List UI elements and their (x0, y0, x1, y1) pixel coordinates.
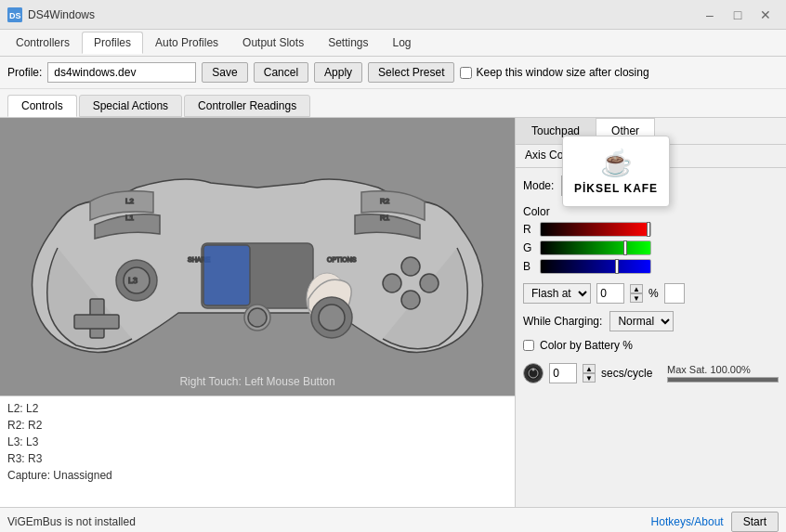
secs-spin-down[interactable]: ▼ (583, 373, 596, 383)
app-title: DS4Windows (28, 8, 95, 21)
svg-rect-19 (203, 245, 250, 305)
svg-point-12 (420, 274, 439, 292)
tab-auto-profiles[interactable]: Auto Profiles (143, 32, 230, 54)
svg-text:R2: R2 (380, 197, 390, 205)
sub-tab-special-actions[interactable]: Special Actions (79, 95, 182, 117)
hotkeys-link[interactable]: Hotkeys/About (651, 515, 724, 528)
controller-label: Right Touch: Left Mouse Button (179, 375, 334, 388)
battery-row: Color by Battery % (523, 339, 779, 352)
main-area: L3 SHARE OPTIONS L1 L2 R1 (0, 118, 786, 507)
tab-profiles[interactable]: Profiles (82, 32, 143, 54)
tab-output-slots[interactable]: Output Slots (230, 32, 316, 54)
minimize-button[interactable]: – (697, 6, 723, 24)
keep-window-checkbox[interactable] (460, 67, 472, 79)
svg-text:L3: L3 (128, 276, 138, 285)
secs-number[interactable] (549, 363, 577, 383)
mode-label: Mode: (523, 179, 554, 192)
tab-controllers[interactable]: Controllers (4, 32, 82, 54)
lightbar-content: Mode: No Color R G B (516, 168, 786, 507)
blue-letter: B (523, 260, 534, 273)
axis-tabs-row: Axis Cor Lightbar ☕ PİKSEL KAFE (516, 145, 786, 168)
sub-tab-controller-readings[interactable]: Controller Readings (184, 95, 310, 117)
profile-bar: Profile: Save Cancel Apply Select Preset… (0, 57, 786, 89)
svg-text:R1: R1 (380, 214, 390, 222)
close-button[interactable]: ✕ (753, 6, 779, 24)
flash-number[interactable] (596, 283, 624, 304)
secs-label: secs/cycle (601, 367, 652, 380)
color-label: Color (523, 205, 779, 218)
app-icon: DS (7, 7, 22, 22)
tab-log[interactable]: Log (381, 32, 424, 54)
charging-select[interactable]: Normal (609, 311, 674, 331)
title-bar: DS DS4Windows – □ ✕ (0, 0, 786, 30)
apply-button[interactable]: Apply (314, 62, 362, 83)
svg-text:L2: L2 (125, 197, 134, 205)
charging-row: While Charging: Normal (523, 311, 779, 331)
list-item: R2: R2 (7, 417, 507, 434)
svg-point-9 (319, 305, 345, 331)
red-row: R (523, 222, 779, 237)
max-sat-container: Max Sat. 100.00% (667, 364, 779, 383)
secs-row: ▲ ▼ secs/cycle Max Sat. 100.00% (523, 363, 779, 383)
svg-text:L1: L1 (125, 214, 134, 222)
battery-label: Color by Battery % (540, 339, 633, 352)
svg-point-10 (383, 274, 401, 292)
svg-point-11 (401, 257, 420, 276)
blue-slider[interactable] (540, 259, 651, 274)
status-bar: ViGEmBus is not installed Hotkeys/About … (0, 507, 786, 532)
flash-preview-box (664, 283, 685, 304)
sat-bar-container (667, 377, 779, 383)
controller-image-area: L3 SHARE OPTIONS L1 L2 R1 (0, 118, 515, 396)
svg-point-18 (248, 308, 267, 327)
tooltip-popup: ☕ PİKSEL KAFE (562, 136, 670, 207)
svg-rect-5 (74, 315, 119, 329)
green-letter: G (523, 241, 534, 254)
select-preset-button[interactable]: Select Preset (368, 62, 454, 83)
percent-label: % (648, 287, 659, 300)
flash-row: Flash at ▲ ▼ % (523, 283, 779, 304)
svg-text:OPTIONS: OPTIONS (327, 256, 357, 263)
tab-settings[interactable]: Settings (316, 32, 380, 54)
list-item: L2: L2 (7, 400, 507, 417)
charging-label: While Charging: (523, 315, 602, 328)
title-bar-left: DS DS4Windows (7, 7, 95, 22)
svg-point-26 (532, 369, 535, 371)
svg-text:DS: DS (9, 11, 21, 20)
tooltip-icon: ☕ (600, 148, 633, 178)
menu-bar: Controllers Profiles Auto Profiles Outpu… (0, 30, 786, 57)
status-right: Hotkeys/About Start (651, 512, 779, 532)
profile-input[interactable] (47, 62, 196, 83)
red-slider[interactable] (540, 222, 651, 237)
max-sat-label: Max Sat. 100.00% (667, 364, 779, 375)
flash-select[interactable]: Flash at (523, 283, 591, 304)
secs-spin: ▲ ▼ (583, 364, 596, 383)
keep-window-text: Keep this window size after closing (476, 66, 648, 79)
binding-list: L2: L2 R2: R2 L3: L3 R3: R3 Capture: Una… (0, 396, 515, 507)
flash-spin-down[interactable]: ▼ (630, 293, 643, 303)
flash-spin: ▲ ▼ (630, 284, 643, 303)
list-item: Capture: Unassigned (7, 467, 507, 484)
sat-bar (668, 378, 778, 382)
blue-row: B (523, 259, 779, 274)
window-controls: – □ ✕ (697, 6, 779, 24)
profile-label: Profile: (7, 66, 42, 79)
keep-window-label[interactable]: Keep this window size after closing (460, 66, 648, 79)
flash-spin-up[interactable]: ▲ (630, 284, 643, 293)
start-button[interactable]: Start (731, 512, 779, 532)
right-panel: Touchpad Other Axis Cor Lightbar ☕ PİKSE… (516, 118, 786, 507)
controller-panel: L3 SHARE OPTIONS L1 L2 R1 (0, 118, 516, 507)
sub-tab-controls[interactable]: Controls (7, 95, 77, 117)
status-text: ViGEmBus is not installed (7, 515, 136, 528)
secs-spin-up[interactable]: ▲ (583, 364, 596, 373)
sub-tabs: Controls Special Actions Controller Read… (0, 89, 786, 118)
controller-svg: L3 SHARE OPTIONS L1 L2 R1 (16, 146, 499, 369)
maximize-button[interactable]: □ (725, 6, 751, 24)
list-item: R3: R3 (7, 450, 507, 467)
green-slider[interactable] (540, 240, 651, 255)
red-letter: R (523, 223, 534, 236)
svg-point-13 (401, 291, 420, 309)
cancel-button[interactable]: Cancel (254, 62, 308, 83)
battery-checkbox[interactable] (523, 340, 534, 351)
save-button[interactable]: Save (202, 62, 247, 83)
tooltip-name: PİKSEL KAFE (574, 182, 658, 195)
